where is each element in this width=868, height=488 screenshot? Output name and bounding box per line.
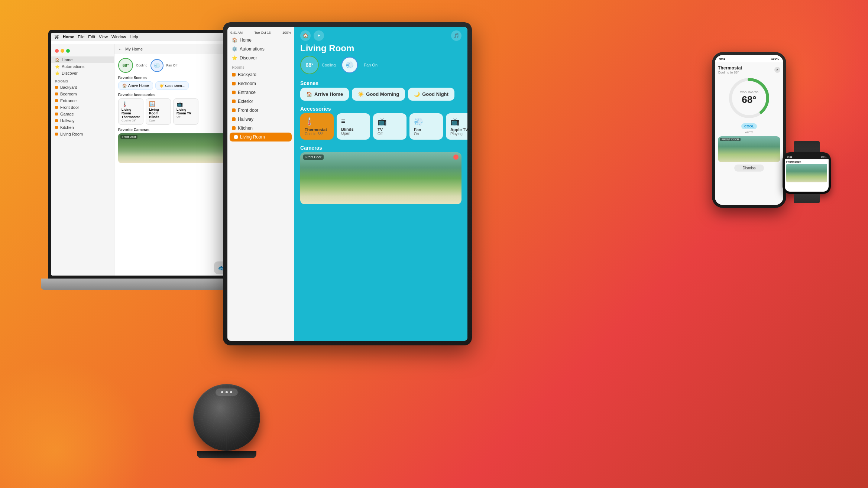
sidebar-discover-label: Discover (62, 71, 78, 75)
sidebar-room-entrance[interactable]: Entrance (51, 97, 114, 104)
good-night-label: Good Night (422, 91, 448, 97)
sidebar-room-backyard[interactable]: Backyard (51, 84, 114, 91)
ipad-room-hallway[interactable]: Hallway (227, 115, 294, 124)
ring-temp-value: 68° (742, 94, 756, 105)
ipad-acc-thermostat[interactable]: 🌡️ Thermostat Cool to 68° (300, 113, 334, 140)
maximize-window-button[interactable] (66, 49, 70, 53)
homepod-center-dot[interactable] (226, 391, 228, 393)
ipad-sidebar-home[interactable]: 🏠 Home (227, 36, 294, 45)
sidebar-room-frontdoor[interactable]: Front door (51, 104, 114, 111)
iphone-camera-preview[interactable]: FRONT DOOR (718, 136, 780, 162)
mac-acc-blinds[interactable]: 🪟 Living Room Blinds Open (146, 98, 171, 125)
sidebar-item-automations[interactable]: ⭐ Automations (51, 63, 114, 70)
ipad-acc-appletv[interactable]: 📺 Apple TV Playing (446, 113, 467, 140)
ipad-disc-icon: ⭐ (232, 55, 237, 61)
iphone-close-button[interactable]: × (774, 67, 780, 73)
ipad-room-frontdoor[interactable]: Front door (227, 106, 294, 115)
ipad-thermostat-name: Thermostat (305, 127, 329, 132)
homepod-top-controls[interactable] (216, 388, 238, 396)
ipad-sidebar-automations[interactable]: ⚙️ Automations (227, 45, 294, 53)
iphone-content: Thermostat Cooling to 68° × COOLING TO (715, 62, 783, 205)
room-label-backyard: Backyard (60, 85, 77, 90)
ipad-room-exterior[interactable]: Exterior (227, 97, 294, 106)
sidebar-item-home[interactable]: 🏠 Home (51, 56, 114, 63)
mac-fan-label: Fan Off (166, 64, 178, 67)
ipad-sidebar-discover[interactable]: ⭐ Discover (227, 53, 294, 62)
app-menu-home[interactable]: Home (63, 35, 74, 39)
tv-status-mac: Off (176, 115, 195, 118)
ipad-room-label-backyard: Backyard (238, 72, 256, 77)
room-color-bedroom (55, 92, 58, 95)
ipad-room-livingroom[interactable]: Living Room (230, 133, 292, 141)
ipad-scene-good-night[interactable]: 🌙 Good Night (408, 88, 454, 101)
iphone-dismiss-button[interactable]: Dismiss (734, 165, 764, 172)
ipad-acc-tv[interactable]: 📺 TV Off (373, 113, 407, 140)
ipad-blinds-icon: ≡ (341, 117, 366, 126)
ipad-room-color-bedroom (232, 82, 236, 85)
menu-window[interactable]: Window (111, 35, 126, 39)
ipad-room-label-entrance: Entrance (238, 90, 256, 95)
iphone-card-subtitle: Cooling to 68° (718, 71, 742, 74)
arrive-home-icon: 🏠 (306, 91, 312, 97)
mac-acc-tv[interactable]: 📺 Living Room TV Off (173, 98, 198, 125)
sidebar-room-kitchen[interactable]: Kitchen (51, 124, 114, 131)
sidebar-room-hallway[interactable]: Hallway (51, 117, 114, 124)
menu-edit[interactable]: Edit (88, 35, 95, 39)
watch-time: 9:41 (787, 156, 792, 158)
menu-help[interactable]: Help (130, 35, 138, 39)
arrive-home-label: Arrive Home (314, 91, 343, 97)
mac-scene-good-morning[interactable]: ☀️ Good Morn... (155, 81, 189, 90)
ipad-accessories-title: Accessories (294, 104, 467, 113)
ipad-acc-fan[interactable]: 💨 Fan On (409, 113, 443, 140)
ipad-scene-arrive-home[interactable]: 🏠 Arrive Home (300, 88, 349, 101)
ipad-appletv-status: Playing (450, 132, 467, 136)
ipad-home-btn[interactable]: 🏠 (300, 30, 311, 41)
ipad-room-bedroom[interactable]: Bedroom (227, 79, 294, 88)
ipad-room-label-exterior: Exterior (238, 99, 253, 104)
sidebar-room-garage[interactable]: Garage (51, 111, 114, 117)
menu-file[interactable]: File (78, 35, 85, 39)
ipad-auto-icon: ⚙️ (232, 46, 237, 52)
ipad-device: 9:41 AM Tue Oct 13 100% 🏠 Home ⚙️ Automa… (223, 22, 472, 345)
ipad-room-backyard[interactable]: Backyard (227, 70, 294, 79)
ipad-room-entrance[interactable]: Entrance (227, 88, 294, 97)
close-window-button[interactable] (55, 49, 59, 53)
watch-content: FRONT DOOR (785, 159, 829, 192)
ipad-screen: 9:41 AM Tue Oct 13 100% 🏠 Home ⚙️ Automa… (227, 27, 467, 341)
ipad-camera-card[interactable]: Front Door (300, 152, 461, 204)
ipad-appletv-icon: 📺 (450, 117, 467, 126)
ipad-room-kitchen[interactable]: Kitchen (227, 124, 294, 133)
mac-scene-arrive-home[interactable]: 🏠 Arrive Home (118, 81, 153, 90)
room-color-kitchen (55, 126, 58, 129)
ipad-camera-close-btn[interactable] (453, 154, 459, 160)
blinds-icon-mac: 🪟 (149, 101, 168, 107)
ipad-scenes-row: 🏠 Arrive Home ☀️ Good Morning 🌙 Good Nig… (294, 88, 467, 104)
ipad-siri-btn[interactable]: 🎵 (451, 30, 461, 41)
ipad-acc-blinds[interactable]: ≡ Blinds Open (337, 113, 370, 140)
watch-band-bottom (794, 194, 820, 203)
sidebar-room-livingroom[interactable]: Living Room (51, 131, 114, 137)
mac-acc-thermostat[interactable]: 🌡️ Living Room Thermostat Cool to 68° (118, 98, 143, 125)
ipad-body: 9:41 AM Tue Oct 13 100% 🏠 Home ⚙️ Automa… (223, 22, 472, 345)
ipad-cooling-label: Cooling (322, 63, 336, 67)
minimize-window-button[interactable] (61, 49, 64, 53)
menu-view[interactable]: View (99, 35, 108, 39)
mac-cooling-label: Cooling (136, 64, 148, 67)
sidebar-room-bedroom[interactable]: Bedroom (51, 91, 114, 97)
sidebar-item-discover[interactable]: ⭐ Discover (51, 70, 114, 77)
ipad-scene-good-morning[interactable]: ☀️ Good Morning (352, 88, 405, 101)
ipad-scenes-title: Scenes (294, 78, 467, 88)
apple-menu-icon[interactable]: ⌘ (54, 34, 59, 40)
room-label-livingroom: Living Room (60, 132, 83, 136)
mac-nav-back[interactable]: ← (118, 47, 122, 51)
ipad-temp-row: 68° Cooling 💨 Fan On (294, 56, 467, 78)
homepod-plus-dot[interactable] (230, 391, 232, 393)
homepod-minus-dot[interactable] (221, 391, 223, 393)
ipad-header: 🏠 + 🎵 (294, 27, 467, 43)
iphone-screen: 9:41 100% Thermostat Cooling to 68° × (715, 55, 783, 205)
tv-icon-mac: 📺 (176, 101, 195, 107)
ipad-room-color-livingroom (234, 135, 238, 139)
ipad-blinds-name: Blinds (341, 127, 366, 131)
ipad-room-color-kitchen (232, 126, 236, 130)
ipad-add-btn[interactable]: + (314, 30, 324, 41)
